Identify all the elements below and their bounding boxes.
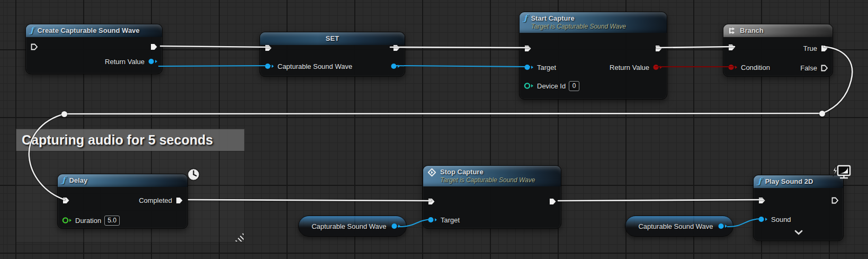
pin-label: Target bbox=[441, 216, 460, 224]
getter-capturable-sound-wave[interactable]: Capturable Sound Wave bbox=[298, 216, 407, 237]
function-icon: ƒ bbox=[30, 26, 33, 34]
false-exec-pin[interactable] bbox=[820, 64, 828, 72]
node-title: SET bbox=[264, 34, 400, 43]
pin-label: Return Value bbox=[610, 64, 649, 72]
exec-out-pin[interactable] bbox=[831, 197, 839, 204]
wire-exec-set-to-start bbox=[390, 47, 529, 48]
exec-in-pin[interactable] bbox=[728, 43, 736, 51]
wire-exec-stop-to-play bbox=[558, 200, 763, 201]
node-subtitle: Target is Capturable Sound Wave bbox=[531, 23, 625, 31]
exec-in-pin[interactable] bbox=[264, 44, 272, 52]
clock-icon bbox=[186, 167, 201, 183]
target-pin[interactable] bbox=[427, 216, 437, 224]
node-start-capture[interactable]: ƒ Start Capture Target is Capturable Sou… bbox=[519, 12, 667, 100]
variable-in-pin[interactable] bbox=[264, 62, 274, 70]
comment-header[interactable]: Capturing audio for 5 seconds bbox=[16, 129, 245, 151]
target-pin[interactable] bbox=[524, 64, 534, 71]
pin-label: Capturable Sound Wave bbox=[278, 62, 352, 70]
target-function-diamond-icon bbox=[427, 168, 436, 177]
exec-out-pin[interactable] bbox=[150, 43, 158, 51]
pin-label: True bbox=[803, 44, 817, 52]
wire-return-to-set bbox=[158, 66, 271, 66]
comment-text: Capturing audio for 5 seconds bbox=[22, 132, 213, 148]
pin-label: False bbox=[800, 64, 817, 72]
exec-in-pin[interactable] bbox=[758, 197, 766, 204]
return-value-pin[interactable] bbox=[652, 64, 663, 71]
device-id-input[interactable]: 0 bbox=[569, 81, 579, 91]
node-title: Start Capture bbox=[531, 14, 625, 23]
function-icon: ƒ bbox=[62, 176, 65, 184]
pin-label: Device Id bbox=[537, 82, 566, 90]
node-subtitle: Target is Capturable Sound Wave bbox=[440, 176, 535, 184]
pin-label: Completed bbox=[139, 197, 172, 204]
node-play-sound-2d[interactable]: ƒ Play Sound 2D Soun bbox=[753, 175, 844, 241]
exec-out-pin[interactable] bbox=[549, 198, 557, 206]
node-create-capturable-sound-wave[interactable]: ƒ Create Capturable Sound Wave Return Va… bbox=[25, 24, 163, 74]
node-title: Stop Capture bbox=[440, 167, 535, 176]
variable-label: Capturable Sound Wave bbox=[634, 222, 718, 230]
variable-out-pin[interactable] bbox=[718, 222, 728, 230]
wire-set-to-target bbox=[396, 66, 530, 67]
completed-exec-pin[interactable] bbox=[175, 197, 183, 204]
expand-node-button[interactable] bbox=[754, 230, 843, 235]
exec-in-pin[interactable] bbox=[62, 197, 70, 204]
node-title: Branch bbox=[740, 26, 764, 35]
exec-in-pin[interactable] bbox=[30, 43, 38, 51]
node-title: Delay bbox=[69, 176, 87, 185]
function-icon: ƒ bbox=[758, 177, 761, 185]
node-branch[interactable]: Branch True Condition False bbox=[723, 24, 833, 77]
function-icon: ƒ bbox=[524, 14, 527, 22]
node-title: Create Capturable Sound Wave bbox=[37, 26, 139, 35]
return-value-pin[interactable] bbox=[148, 58, 158, 65]
device-id-pin[interactable] bbox=[524, 82, 534, 90]
exec-out-pin[interactable] bbox=[392, 44, 400, 52]
duration-pin[interactable] bbox=[62, 217, 72, 224]
node-set-capturable-sound-wave[interactable]: SET Capturable Sound Wave bbox=[259, 32, 405, 77]
blueprint-graph-canvas[interactable]: Capturing audio for 5 seconds bbox=[0, 0, 868, 259]
variable-out-pin[interactable] bbox=[390, 62, 400, 70]
reroute-node[interactable] bbox=[61, 111, 67, 117]
client-only-monitor-icon bbox=[829, 164, 852, 186]
pin-label: Duration bbox=[75, 217, 101, 225]
node-header: ƒ Create Capturable Sound Wave bbox=[26, 24, 162, 37]
variable-out-pin[interactable] bbox=[391, 222, 401, 230]
exec-out-pin[interactable] bbox=[655, 44, 663, 52]
comment-resize-handle[interactable] bbox=[235, 233, 244, 242]
true-exec-pin[interactable] bbox=[820, 44, 828, 52]
node-header: Branch bbox=[723, 24, 833, 37]
node-header: ƒ Delay bbox=[58, 174, 187, 187]
sound-pin[interactable] bbox=[758, 216, 768, 223]
exec-in-pin[interactable] bbox=[427, 198, 435, 206]
node-header: ƒ Start Capture Target is Capturable Sou… bbox=[520, 12, 667, 33]
reroute-node[interactable] bbox=[819, 111, 825, 117]
node-delay[interactable]: ƒ Delay Completed Duration bbox=[57, 174, 188, 229]
variable-label: Capturable Sound Wave bbox=[307, 222, 391, 230]
node-stop-capture[interactable]: Stop Capture Target is Capturable Sound … bbox=[423, 165, 561, 229]
wire-exec-create-to-set bbox=[160, 46, 270, 47]
pin-label: Target bbox=[537, 64, 556, 72]
node-header: SET bbox=[260, 32, 405, 45]
node-title: Play Sound 2D bbox=[765, 177, 813, 186]
pin-label: Condition bbox=[741, 64, 770, 72]
branch-icon bbox=[728, 26, 736, 35]
pin-label: Sound bbox=[771, 216, 791, 224]
chevron-down-icon bbox=[794, 230, 803, 235]
condition-pin[interactable] bbox=[728, 64, 738, 71]
pin-label: Return Value bbox=[105, 58, 145, 66]
node-header: Stop Capture Target is Capturable Sound … bbox=[423, 166, 561, 186]
exec-in-pin[interactable] bbox=[524, 44, 532, 52]
duration-input[interactable]: 5.0 bbox=[104, 216, 120, 226]
getter-capturable-sound-wave[interactable]: Capturable Sound Wave bbox=[625, 216, 733, 237]
